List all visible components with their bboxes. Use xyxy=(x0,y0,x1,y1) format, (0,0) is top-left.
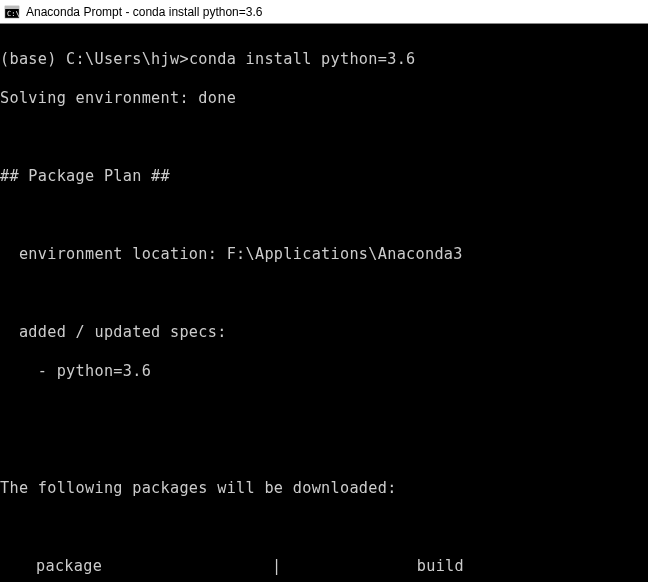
terminal-output[interactable]: (base) C:\Users\hjw>conda install python… xyxy=(0,24,648,582)
col-divider: | xyxy=(272,557,282,577)
command-text: conda install python=3.6 xyxy=(189,50,416,68)
col-build-header: build xyxy=(282,557,472,577)
col-package-header: package xyxy=(0,557,272,577)
svg-rect-1 xyxy=(5,6,19,9)
prompt-path: (base) C:\Users\hjw> xyxy=(0,50,189,68)
col-size-header xyxy=(472,557,602,577)
blank-line xyxy=(0,440,648,460)
blank-line xyxy=(0,206,648,226)
blank-line xyxy=(0,518,648,538)
env-location-value: F:\Applications\Anaconda3 xyxy=(227,245,463,263)
blank-line xyxy=(0,284,648,304)
app-icon: C:\ xyxy=(4,4,20,20)
blank-line xyxy=(0,401,648,421)
window-titlebar: C:\ Anaconda Prompt - conda install pyth… xyxy=(0,0,648,24)
blank-line xyxy=(0,128,648,148)
prompt-line: (base) C:\Users\hjw>conda install python… xyxy=(0,50,648,70)
download-header: The following packages will be downloade… xyxy=(0,479,648,499)
spec-item: - python=3.6 xyxy=(0,362,648,382)
env-location-label: environment location: xyxy=(0,245,227,263)
solving-line: Solving environment: done xyxy=(0,89,648,109)
svg-text:C:\: C:\ xyxy=(7,10,20,18)
plan-header: ## Package Plan ## xyxy=(0,167,648,187)
env-location-line: environment location: F:\Applications\An… xyxy=(0,245,648,265)
table-header-row: package|build xyxy=(0,557,648,577)
specs-header: added / updated specs: xyxy=(0,323,648,343)
window-title: Anaconda Prompt - conda install python=3… xyxy=(26,5,262,19)
